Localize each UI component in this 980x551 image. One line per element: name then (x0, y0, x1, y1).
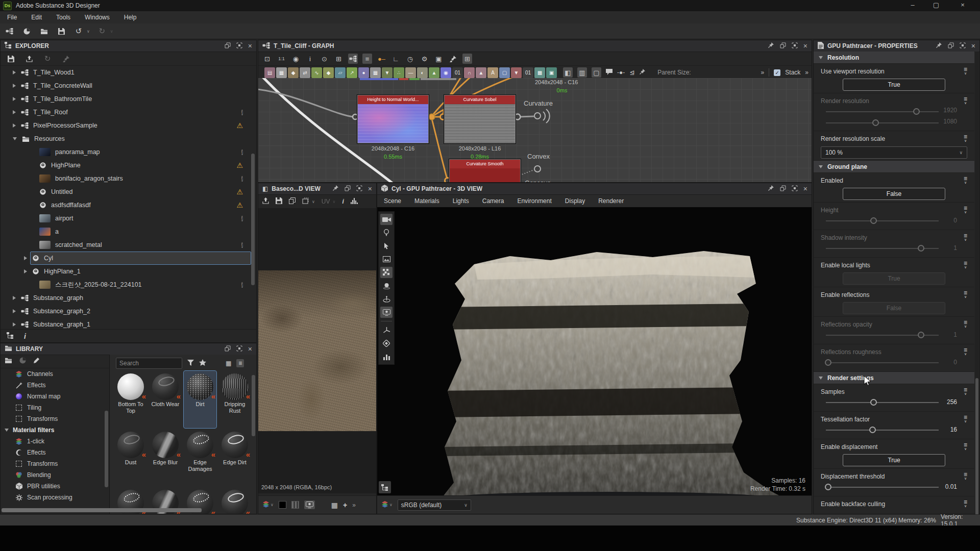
toggle-button[interactable]: False (843, 188, 945, 200)
view3d-menu-display[interactable]: Display (558, 197, 592, 205)
palette-histogram-icon[interactable]: ▲ (429, 67, 439, 78)
channels-icon[interactable] (262, 501, 270, 509)
field-menu-icon[interactable]: ≡∨ (964, 134, 967, 143)
tree-item-pixelprocessorsample[interactable]: PixelProcessorSample⚠ (1, 119, 256, 132)
filter-icon[interactable] (187, 360, 194, 367)
library-category-1-click[interactable]: 1-click (1, 436, 109, 447)
view3d-menu-scene[interactable]: Scene (377, 197, 408, 205)
close-icon[interactable]: × (803, 186, 807, 191)
menu-tools[interactable]: Tools (49, 14, 78, 21)
field-menu-icon[interactable]: ≡∨ (964, 320, 967, 329)
refresh-icon[interactable]: ↻ (42, 54, 53, 64)
material-filter-dirt[interactable]: «Dirt (184, 371, 216, 428)
camera-icon[interactable] (380, 214, 393, 225)
chevron-down-icon[interactable] (5, 429, 9, 432)
slider[interactable] (826, 359, 939, 366)
export-image-icon[interactable] (262, 197, 269, 206)
palette-levels-icon[interactable]: ∿ (311, 67, 322, 78)
copy-image-icon[interactable] (289, 197, 296, 206)
pin-node-icon[interactable] (639, 68, 646, 77)
rotate-image-icon[interactable] (302, 197, 309, 206)
maximize-icon[interactable] (792, 42, 798, 50)
palette-gradient-icon[interactable]: ↗ (347, 67, 357, 78)
float-icon[interactable] (948, 42, 954, 50)
maximize-icon[interactable] (356, 185, 362, 193)
menu-help[interactable]: Help (117, 14, 144, 21)
stack-checkbox[interactable]: ✓ (774, 69, 780, 76)
link-display-icon[interactable]: ⊞ (334, 54, 344, 64)
material-filter-tile[interactable]: « (218, 487, 251, 514)
tessellation-icon[interactable] (380, 267, 393, 278)
material-filter-edge-damages[interactable]: «Edge Damages (184, 429, 216, 486)
maximize-icon[interactable] (236, 345, 242, 353)
view3d-viewport[interactable]: Samples: 16 Render Time: 0.32 s (377, 207, 812, 514)
shadow-icon[interactable] (380, 280, 393, 291)
library-category-channels[interactable]: Channels (1, 368, 109, 380)
redo-button[interactable]: ↻ (97, 26, 107, 36)
field-menu-icon[interactable]: ≡∨ (964, 96, 967, 106)
toggle-button[interactable]: True (843, 272, 945, 285)
thumbnail-display-icon[interactable]: ▣ (434, 54, 444, 64)
new-graph-button[interactable] (4, 26, 14, 36)
slider[interactable] (826, 217, 939, 224)
field-menu-icon[interactable]: ≡∨ (964, 261, 967, 270)
tree-item-scratched-metal[interactable]: scratched_metali (1, 238, 256, 252)
close-icon[interactable]: × (368, 186, 372, 191)
palette-text-icon[interactable]: A (487, 67, 498, 78)
info-view-tab-icon[interactable]: i (24, 332, 26, 340)
tree-item-asdfsdffafasdf[interactable]: asdfsdffafasdf⚠ (1, 198, 256, 212)
palette-splatter-icon[interactable]: — (405, 67, 416, 78)
comment-icon[interactable] (606, 69, 612, 77)
tree-item-a[interactable]: a (1, 225, 256, 238)
edit-icon[interactable] (33, 357, 40, 365)
pin-icon[interactable] (936, 42, 942, 50)
graph-node-curvature-sobel[interactable]: Curvature Sobel (445, 95, 515, 143)
stats-icon[interactable] (380, 351, 393, 362)
save-image-icon[interactable] (276, 197, 282, 206)
fit-one-to-one-icon[interactable]: 1:1 (277, 54, 286, 64)
field-menu-icon[interactable]: ≡∨ (964, 206, 967, 215)
uv-overlay-toggle[interactable]: UV (322, 198, 330, 205)
color-toggle-icon[interactable]: ▥ (577, 67, 587, 78)
tree-item-bonifacio-aragon-stairs[interactable]: bonifacio_aragon_stairsi (1, 172, 256, 185)
field-menu-icon[interactable]: ≡∨ (964, 290, 967, 299)
information-icon[interactable]: i (342, 198, 344, 205)
library-category-effects[interactable]: Effects (1, 447, 109, 458)
palette-noise-icon[interactable]: ▩ (534, 67, 545, 78)
library-horizontal-scrollbar[interactable] (2, 508, 202, 512)
pointer-icon[interactable] (380, 240, 393, 252)
library-category-normal-map[interactable]: Normal map (1, 391, 109, 402)
frame-icon[interactable]: ⊴ (629, 69, 634, 76)
close-icon[interactable]: × (248, 43, 252, 48)
clean-icon[interactable] (61, 54, 71, 64)
palette-transformation-icon[interactable]: ▱ (335, 67, 346, 78)
library-category-tiling[interactable]: Tiling (1, 402, 109, 413)
material-filter-bottom-to-top[interactable]: «Bottom To Top (114, 371, 147, 428)
view3d-menu-environment[interactable]: Environment (510, 197, 558, 205)
menu-file[interactable]: File (0, 14, 24, 21)
menu-edit[interactable]: Edit (24, 14, 49, 21)
chevron-right-icon[interactable] (24, 256, 27, 260)
palette-height-blend-icon[interactable]: ▼ (382, 67, 393, 78)
slider[interactable] (826, 245, 939, 252)
slider[interactable] (826, 427, 939, 434)
field-menu-icon[interactable]: ≡∨ (964, 387, 967, 396)
material-filter-dripping-rust[interactable]: «Dripping Rust (218, 371, 251, 428)
chevron-right-icon[interactable] (13, 110, 16, 114)
field-menu-icon[interactable]: ≡∨ (964, 415, 967, 424)
tree-item-highplane-1[interactable]: HighPlane_1 (1, 265, 256, 278)
library-category-blending[interactable]: Blending (1, 469, 109, 481)
alpha-toggle-icon[interactable]: ▢ (592, 67, 601, 78)
float-icon[interactable] (780, 42, 786, 50)
explorer-scrollbar[interactable] (251, 154, 255, 285)
tree-item-substance-graph[interactable]: Substance_graph (1, 291, 256, 305)
redo-chevron-icon[interactable]: ∨ (110, 29, 113, 34)
tools-icon[interactable]: ⚙ (420, 54, 429, 64)
section-render-settings[interactable]: Render settings (814, 372, 974, 384)
colorspace-dropdown[interactable]: sRGB (default) ∨ (398, 499, 471, 511)
field-menu-icon[interactable]: ≡∨ (964, 472, 967, 481)
slider-height[interactable] (826, 119, 939, 127)
view3d-menu-camera[interactable]: Camera (476, 197, 511, 205)
material-filter-edge-blur[interactable]: «Edge Blur (149, 429, 182, 486)
grayscale-toggle-icon[interactable]: ◧ (563, 67, 573, 78)
